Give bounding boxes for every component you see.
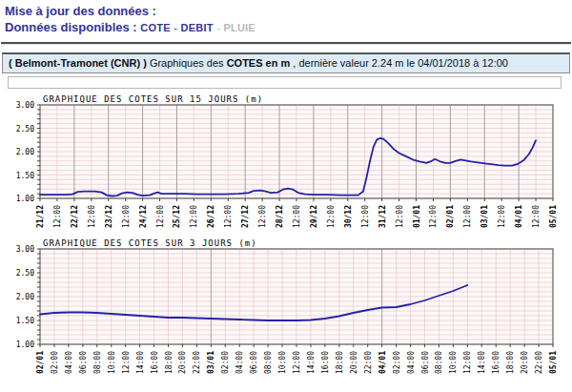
svg-text:06:00: 06:00 — [79, 351, 88, 374]
horizontal-divider — [1, 42, 571, 45]
svg-text:01/01: 01/01 — [413, 205, 421, 228]
svg-text:10:00: 10:00 — [278, 351, 287, 374]
svg-text:2.50: 2.50 — [16, 269, 34, 278]
chart-cotes-15-jours: 3.002.502.001.501.0021/1212:0022/1212:00… — [0, 93, 572, 233]
station-desc-prefix: Graphiques des — [150, 57, 224, 69]
dataset-link-pluie-disabled: PLUIE — [224, 22, 255, 33]
dataset-separator: - — [174, 22, 177, 33]
svg-text:22:00: 22:00 — [364, 351, 373, 374]
svg-text:12:00: 12:00 — [463, 351, 472, 374]
svg-text:03/01: 03/01 — [480, 205, 489, 228]
update-line: Mise à jour des données : — [5, 3, 572, 19]
svg-text:12:00: 12:00 — [53, 205, 62, 228]
dataset-link-debit[interactable]: DEBIT — [181, 22, 214, 33]
svg-text:04/01: 04/01 — [515, 205, 523, 228]
svg-text:3.00: 3.00 — [16, 101, 34, 110]
svg-text:14:00: 14:00 — [478, 351, 486, 374]
svg-text:12:00: 12:00 — [190, 205, 198, 228]
svg-text:12:00: 12:00 — [532, 205, 541, 228]
svg-text:21/12: 21/12 — [36, 205, 45, 228]
svg-text:22:00: 22:00 — [193, 351, 201, 374]
svg-text:05/01: 05/01 — [549, 205, 558, 228]
svg-text:3.00: 3.00 — [16, 245, 34, 254]
svg-text:1.50: 1.50 — [16, 172, 34, 180]
svg-text:12:00: 12:00 — [156, 205, 165, 228]
svg-text:30/12: 30/12 — [344, 205, 353, 228]
station-name: ( Belmont-Tramonet (CNR) ) — [9, 57, 147, 69]
svg-text:29/12: 29/12 — [310, 205, 318, 228]
dataset-separator: - — [216, 22, 220, 33]
svg-text:12:00: 12:00 — [327, 205, 336, 228]
svg-text:12:00: 12:00 — [122, 351, 131, 374]
svg-text:18:00: 18:00 — [165, 351, 174, 374]
svg-text:12:00: 12:00 — [224, 205, 233, 228]
svg-text:12:00: 12:00 — [122, 205, 131, 228]
svg-text:08:00: 08:00 — [264, 351, 273, 374]
svg-text:12:00: 12:00 — [463, 205, 472, 228]
svg-text:02:00: 02:00 — [51, 351, 59, 374]
svg-text:22/12: 22/12 — [71, 205, 79, 228]
svg-text:06:00: 06:00 — [250, 351, 258, 374]
svg-text:26/12: 26/12 — [207, 205, 215, 228]
svg-text:10:00: 10:00 — [108, 351, 116, 374]
svg-text:10:00: 10:00 — [449, 351, 458, 374]
svg-text:12:00: 12:00 — [396, 205, 404, 228]
svg-text:04:00: 04:00 — [65, 351, 73, 374]
svg-text:18:00: 18:00 — [506, 351, 515, 374]
svg-text:12:00: 12:00 — [88, 205, 96, 228]
svg-text:20:00: 20:00 — [521, 351, 529, 374]
svg-text:02:00: 02:00 — [393, 351, 401, 374]
svg-text:20:00: 20:00 — [350, 351, 358, 374]
svg-text:14:00: 14:00 — [136, 351, 145, 374]
svg-text:12:00: 12:00 — [361, 205, 370, 228]
svg-text:12:00: 12:00 — [258, 205, 267, 228]
svg-text:27/12: 27/12 — [241, 205, 250, 228]
svg-text:31/12: 31/12 — [378, 205, 387, 228]
svg-text:2.00: 2.00 — [16, 293, 34, 301]
svg-text:16:00: 16:00 — [151, 351, 159, 374]
svg-text:12:00: 12:00 — [429, 205, 438, 228]
svg-text:GRAPHIQUE DES COTES SUR 3 JOUR: GRAPHIQUE DES COTES SUR 3 JOURS (m) — [43, 238, 257, 248]
page-header: Mise à jour des données : Données dispon… — [0, 0, 572, 36]
svg-text:16:00: 16:00 — [492, 351, 500, 374]
svg-text:16:00: 16:00 — [321, 351, 330, 374]
svg-text:12:00: 12:00 — [498, 205, 506, 228]
svg-text:28/12: 28/12 — [276, 205, 284, 228]
svg-text:24/12: 24/12 — [139, 205, 148, 228]
station-title-bar: ( Belmont-Tramonet (CNR) ) Graphiques de… — [2, 52, 570, 73]
svg-text:1.00: 1.00 — [16, 340, 34, 349]
svg-text:02/01: 02/01 — [446, 205, 455, 228]
station-last-value: , dernière valeur 2.24 m le 04/01/2018 à… — [293, 57, 508, 69]
svg-text:22:00: 22:00 — [535, 351, 543, 374]
svg-text:05/01: 05/01 — [549, 351, 558, 374]
svg-text:2.00: 2.00 — [16, 148, 34, 156]
svg-text:12:00: 12:00 — [293, 205, 301, 228]
datasets-line: Données disponibles : COTE - DEBIT - PLU… — [5, 19, 572, 36]
svg-text:1.00: 1.00 — [16, 195, 34, 203]
svg-text:04:00: 04:00 — [407, 351, 416, 374]
chart-cotes-3-jours: 3.002.502.001.501.0002/0102:0004:0006:00… — [0, 237, 572, 381]
dataset-link-cote[interactable]: COTE — [140, 22, 170, 33]
svg-text:06:00: 06:00 — [421, 351, 430, 374]
empty-info-box — [8, 76, 562, 89]
station-desc-measure: COTES en m — [227, 57, 291, 69]
svg-text:04/01: 04/01 — [378, 351, 387, 374]
svg-text:23/12: 23/12 — [105, 205, 113, 228]
svg-text:03/01: 03/01 — [207, 351, 215, 374]
svg-text:08:00: 08:00 — [435, 351, 443, 374]
cotes-3-jours-plot: 3.002.502.001.501.0002/0102:0004:0006:00… — [0, 237, 572, 381]
svg-text:20:00: 20:00 — [178, 351, 187, 374]
cotes-15-jours-plot: 3.002.502.001.501.0021/1212:0022/1212:00… — [0, 93, 572, 233]
svg-text:2.50: 2.50 — [16, 125, 34, 134]
svg-text:02:00: 02:00 — [221, 351, 230, 374]
datasets-label: Données disponibles : — [5, 20, 137, 34]
svg-text:14:00: 14:00 — [307, 351, 316, 374]
svg-text:1.50: 1.50 — [16, 317, 34, 325]
svg-text:04:00: 04:00 — [235, 351, 244, 374]
svg-text:18:00: 18:00 — [336, 351, 344, 374]
svg-text:08:00: 08:00 — [93, 351, 102, 374]
svg-text:02/01: 02/01 — [36, 351, 45, 374]
svg-text:GRAPHIQUE DES COTES SUR 15 JOU: GRAPHIQUE DES COTES SUR 15 JOURS (m) — [43, 94, 263, 104]
svg-text:25/12: 25/12 — [173, 205, 181, 228]
svg-text:12:00: 12:00 — [293, 351, 301, 374]
